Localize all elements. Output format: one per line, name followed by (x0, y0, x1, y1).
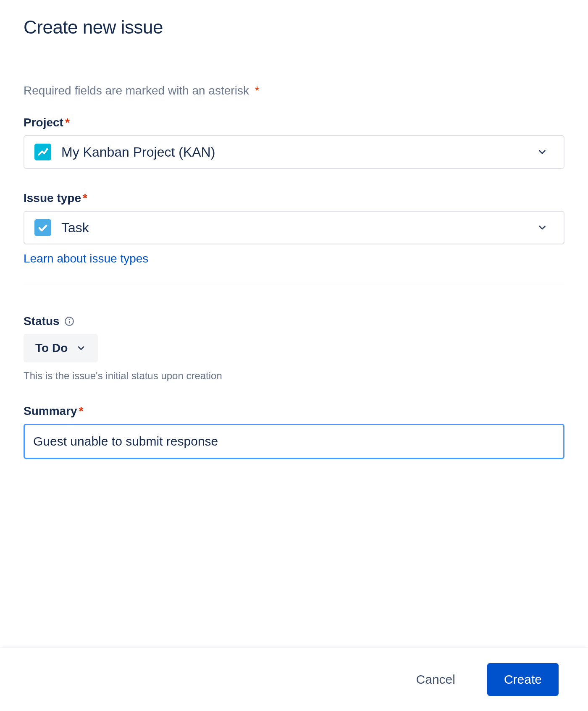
svg-point-4 (68, 319, 70, 320)
create-button[interactable]: Create (487, 663, 559, 696)
project-select-value: My Kanban Project (KAN) (61, 144, 554, 160)
chevron-down-icon (537, 222, 548, 233)
status-dropdown[interactable]: To Do (24, 334, 98, 362)
svg-point-1 (46, 148, 48, 150)
project-label: Project * (24, 116, 564, 129)
dialog-footer: Cancel Create (0, 648, 588, 711)
section-divider (24, 284, 564, 284)
issue-type-select-value: Task (61, 220, 554, 236)
asterisk-icon: * (83, 192, 87, 205)
status-label-text: Status (24, 315, 60, 328)
asterisk-icon: * (255, 84, 260, 97)
status-value: To Do (35, 341, 68, 355)
required-fields-note: Required fields are marked with an aster… (24, 84, 564, 97)
status-label: Status (24, 315, 564, 328)
issue-type-label: Issue type * (24, 192, 564, 205)
summary-field-group: Summary * (24, 404, 564, 459)
asterisk-icon: * (65, 116, 70, 129)
chevron-down-icon (76, 343, 86, 353)
task-type-icon (34, 219, 51, 236)
status-field-group: Status To Do This is the issue's initial… (24, 315, 564, 382)
project-label-text: Project (24, 116, 63, 129)
issue-type-field-group: Issue type * Task Learn about issue type… (24, 192, 564, 265)
asterisk-icon: * (79, 404, 84, 418)
summary-input[interactable] (24, 424, 564, 459)
info-icon[interactable] (64, 316, 75, 327)
issue-type-select[interactable]: Task (24, 211, 564, 244)
svg-rect-2 (34, 219, 51, 236)
project-avatar-icon (34, 144, 51, 160)
project-field-group: Project * My Kanban Project (KAN) (24, 116, 564, 169)
svg-rect-5 (68, 321, 69, 324)
create-issue-dialog: Create new issue Required fields are mar… (0, 0, 588, 459)
issue-type-label-text: Issue type (24, 192, 81, 205)
project-select[interactable]: My Kanban Project (KAN) (24, 135, 564, 169)
summary-label: Summary * (24, 404, 564, 418)
status-helper-text: This is the issue's initial status upon … (24, 370, 564, 382)
cancel-button[interactable]: Cancel (399, 663, 472, 696)
dialog-title: Create new issue (24, 17, 564, 38)
chevron-down-icon (537, 147, 548, 157)
required-fields-text: Required fields are marked with an aster… (24, 84, 249, 97)
learn-issue-types-link[interactable]: Learn about issue types (24, 252, 148, 265)
summary-label-text: Summary (24, 404, 77, 418)
